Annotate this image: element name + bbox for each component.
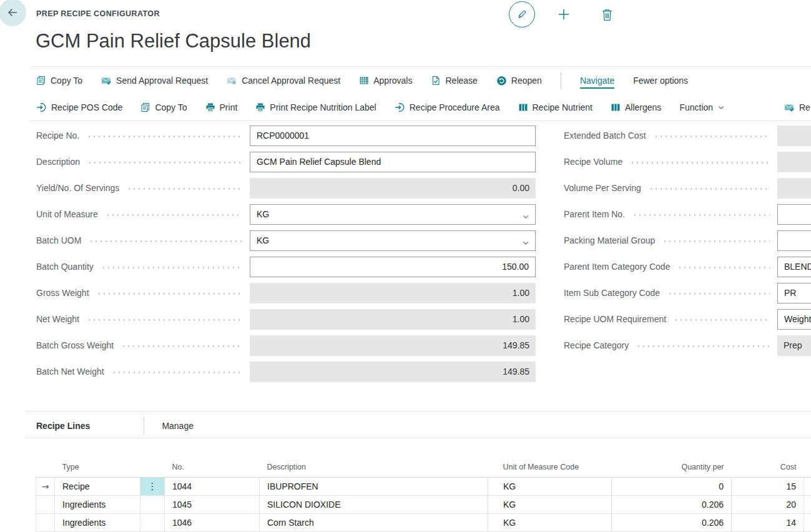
batch-gross-weight-field: 149.85: [250, 335, 536, 356]
row-options-cell[interactable]: [140, 513, 165, 531]
cell-cost[interactable]: 14: [732, 513, 804, 531]
row-indicator-cell: [36, 513, 55, 531]
print-button[interactable]: Print: [205, 102, 238, 112]
cell-type[interactable]: Ingredients: [55, 495, 140, 513]
cell-uom[interactable]: KG: [488, 477, 612, 495]
cell-description[interactable]: SILICON DIOXIDE: [260, 495, 488, 513]
new-button[interactable]: [556, 7, 571, 22]
tab-divider: [144, 417, 144, 435]
delete-button[interactable]: [600, 7, 614, 22]
back-arrow-icon: [5, 5, 20, 20]
column-header-no[interactable]: No.: [165, 458, 260, 477]
envelope-check-icon: [101, 76, 112, 86]
copy-icon: [140, 102, 150, 112]
navigate-menu-button[interactable]: Navigate: [580, 76, 614, 86]
cell-quantity-per[interactable]: 0.206: [612, 495, 732, 513]
cell-uom[interactable]: KG: [488, 513, 612, 531]
field-row-item-sub-category-code: Item Sub Category Code: [564, 280, 811, 306]
lines-tab-strip: Recipe Lines Manage: [36, 414, 194, 438]
field-label: Item Sub Category Code: [564, 288, 660, 298]
column-header-cost[interactable]: Cost: [732, 458, 804, 477]
table-row[interactable]: Ingredients 1046 Corn Starch KG 0.206 14: [36, 513, 811, 531]
unit-of-measure-dropdown[interactable]: [250, 204, 536, 225]
toolbar-overflow-item[interactable]: Re: [784, 94, 810, 121]
cell-no[interactable]: 1046: [165, 513, 260, 531]
cell-cost[interactable]: 20: [732, 495, 804, 513]
print-recipe-nutrition-label-button[interactable]: Print Recipe Nutrition Label: [255, 102, 376, 112]
field-row-volume-per-serving: Volume Per Serving: [564, 175, 811, 201]
column-header-description[interactable]: Description: [260, 458, 488, 477]
dotted-leader: [662, 240, 770, 242]
general-fields-right: Extended Batch Cost Recipe Volume Volume…: [564, 122, 811, 358]
cell-description[interactable]: Corn Starch: [260, 513, 488, 531]
item-sub-category-code-input[interactable]: [777, 283, 811, 303]
recipe-nutrient-button[interactable]: Recipe Nutrient: [518, 102, 593, 112]
row-options-cell[interactable]: [140, 495, 165, 513]
edit-button[interactable]: [509, 1, 535, 27]
cell-stub: [804, 495, 811, 513]
approvals-grid-icon: [359, 76, 369, 86]
approvals-button[interactable]: Approvals: [359, 76, 412, 86]
table-row[interactable]: → Recipe ⋮ 1044 IBUPROFEN KG 0 15: [36, 477, 811, 495]
batch-quantity-input[interactable]: [250, 257, 536, 277]
cell-uom[interactable]: KG: [488, 495, 612, 513]
row-options-cell[interactable]: ⋮: [140, 477, 165, 495]
cell-stub: [804, 513, 811, 531]
chevron-down-icon: [717, 104, 725, 111]
cell-cost[interactable]: 15: [732, 477, 804, 495]
allergens-button[interactable]: Allergens: [611, 102, 661, 112]
field-label: Recipe Category: [564, 340, 629, 350]
function-menu-button[interactable]: Function: [679, 102, 725, 112]
description-input[interactable]: [250, 152, 536, 172]
copy-to-button[interactable]: Copy To: [36, 76, 82, 86]
column-header-quantity-per[interactable]: Quantity per: [612, 458, 732, 477]
field-row-recipe-category: Recipe Category Prep: [564, 332, 811, 358]
parent-item-category-code-input[interactable]: [777, 257, 811, 277]
cell-quantity-per[interactable]: 0: [612, 477, 732, 495]
field-row-yield-servings: Yield/No. Of Servings 0.00: [36, 175, 536, 201]
cell-quantity-per[interactable]: 0.206: [612, 513, 732, 531]
packing-material-group-input[interactable]: [777, 230, 811, 251]
table-row[interactable]: Ingredients 1045 SILICON DIOXIDE KG 0.20…: [36, 495, 811, 513]
action-bar-main: Copy To Send Approval Request Cancel App…: [36, 67, 811, 94]
recipe-lines-grid: Type No. Description Unit of Measure Cod…: [36, 458, 811, 532]
field-label: Gross Weight: [36, 288, 89, 298]
tab-recipe-lines[interactable]: Recipe Lines: [36, 421, 90, 431]
recipe-no-input[interactable]: [250, 126, 536, 146]
dotted-leader: [112, 372, 242, 373]
send-approval-request-button[interactable]: Send Approval Request: [101, 76, 208, 86]
dotted-leader: [87, 135, 242, 137]
cancel-approval-request-button[interactable]: Cancel Approval Request: [227, 76, 340, 86]
manage-menu-button[interactable]: Manage: [162, 421, 194, 431]
grid-header-row: Type No. Description Unit of Measure Cod…: [36, 458, 811, 477]
batch-uom-dropdown[interactable]: [250, 230, 536, 251]
cell-type[interactable]: Ingredients: [55, 513, 140, 531]
recipe-procedure-area-button[interactable]: Recipe Procedure Area: [395, 102, 500, 112]
dotted-leader: [106, 214, 242, 216]
cell-description[interactable]: IBUPROFEN: [260, 477, 488, 495]
release-button[interactable]: Release: [431, 76, 477, 86]
back-button[interactable]: [0, 0, 26, 26]
prep-recipe-configurator-page: PREP RECIPE CONFIGURATOR GCM Pain Relief…: [0, 0, 811, 532]
field-row-packing-material-group: Packing Material Group: [564, 227, 811, 254]
field-row-batch-quantity: Batch Quantity: [36, 254, 536, 280]
parent-item-no-input[interactable]: [777, 204, 811, 225]
volume-per-serving-field: [777, 178, 811, 199]
printer-icon: [205, 102, 215, 112]
enter-arrow-icon: [36, 102, 47, 112]
cell-type[interactable]: Recipe: [55, 477, 140, 495]
cell-no[interactable]: 1045: [165, 495, 260, 513]
field-label: Batch UOM: [36, 235, 81, 245]
recipe-pos-code-button[interactable]: Recipe POS Code: [36, 102, 122, 112]
field-label: Extended Batch Cost: [564, 131, 646, 140]
copy-to-button-2[interactable]: Copy To: [140, 102, 187, 112]
reopen-button[interactable]: Reopen: [496, 76, 542, 86]
extended-batch-cost-field: [777, 126, 811, 146]
fewer-options-button[interactable]: Fewer options: [633, 76, 688, 86]
column-header-uom[interactable]: Unit of Measure Code: [488, 458, 612, 477]
reopen-circle-icon: [496, 76, 507, 86]
cell-no[interactable]: 1044: [165, 477, 260, 495]
field-row-recipe-volume: Recipe Volume: [564, 149, 811, 175]
column-header-type[interactable]: Type: [55, 458, 140, 477]
recipe-uom-requirement-input[interactable]: [777, 309, 811, 330]
